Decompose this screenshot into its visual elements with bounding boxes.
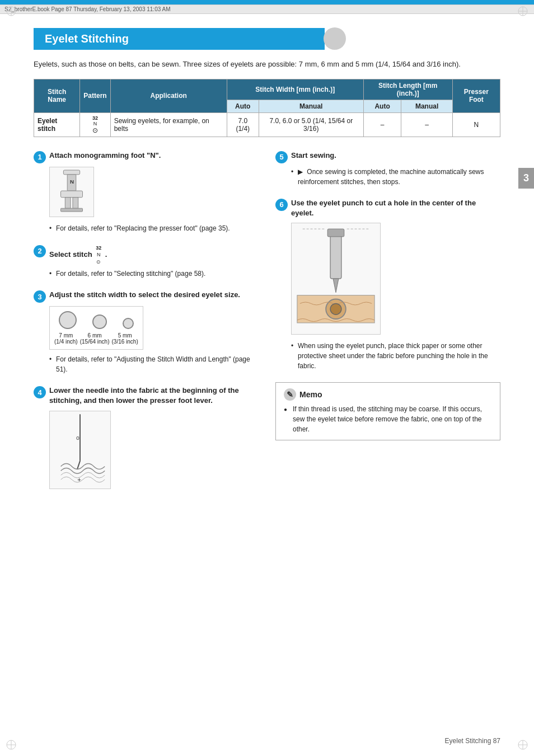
svg-rect-12 xyxy=(63,170,79,175)
th-application: Application xyxy=(110,79,227,112)
th-manual-width: Manual xyxy=(259,100,363,112)
intro-text: Eyelets, such as those on belts, can be … xyxy=(34,59,500,70)
th-auto-width: Auto xyxy=(227,100,259,112)
step-5-sub: ▶ Once sewing is completed, the machine … xyxy=(291,167,500,187)
step-6-sub: When using the eyelet punch, place thick… xyxy=(291,341,500,371)
svg-rect-18 xyxy=(61,208,83,212)
step-3-sub: For details, refer to "Adjusting the Sti… xyxy=(49,354,259,374)
th-stitch-name: Stitch Name xyxy=(34,79,80,112)
memo-icon: ✎ xyxy=(284,388,296,401)
diagram-sizes: 7 mm(1/4 inch) 6 mm(15/64 inch) 5 mm(3/1… xyxy=(49,306,143,350)
td-stitch-name: Eyelet stitch xyxy=(34,112,80,137)
section-title-circle xyxy=(324,27,346,50)
th-manual-length: Manual xyxy=(401,100,452,112)
svg-rect-15 xyxy=(61,191,83,198)
step-2-title: Select stitch 32 N ⊙ . xyxy=(49,245,107,266)
main-content: Eyelet Stitching Eyelets, such as those … xyxy=(0,14,534,524)
th-auto-length: Auto xyxy=(363,100,401,112)
td-length-manual: – xyxy=(401,112,452,137)
svg-rect-16 xyxy=(65,197,71,208)
step-4-number: 4 xyxy=(34,386,46,398)
memo-body: If thin thread is used, the stitching ma… xyxy=(284,404,492,434)
memo-title: ✎ Memo xyxy=(284,388,492,401)
step-6-title: Use the eyelet punch to cut a hole in th… xyxy=(291,198,500,218)
svg-marker-28 xyxy=(333,279,339,293)
svg-point-25 xyxy=(330,303,341,314)
stitch-table: Stitch Name Pattern Application Stitch W… xyxy=(34,79,500,137)
top-bar xyxy=(0,0,534,4)
step-5: 5 Start sewing. ▶ Once sewing is complet… xyxy=(275,151,500,187)
step-1-title: Attach monogramming foot "N". xyxy=(49,151,161,161)
th-pattern: Pattern xyxy=(80,79,110,112)
step-2-sub: For details, refer to "Selecting stitchi… xyxy=(49,269,259,279)
step-5-number: 5 xyxy=(275,151,288,163)
td-width-manual: 7.0, 6.0 or 5.0 (1/4, 15/64 or 3/16) xyxy=(259,112,363,137)
file-info-text: S2_brotherE.book Page 87 Thursday, Febru… xyxy=(4,6,171,12)
page-footer: Eyelet Stitching 87 xyxy=(445,737,500,745)
steps-right: 5 Start sewing. ▶ Once sewing is complet… xyxy=(275,151,500,502)
steps-layout: 1 Attach monogramming foot "N". N xyxy=(34,151,500,502)
th-stitch-length: Stitch Length [mm (inch.)] xyxy=(363,79,452,100)
step-6: 6 Use the eyelet punch to cut a hole in … xyxy=(275,198,500,371)
diagram-eyelet-punch xyxy=(291,223,500,336)
file-info-bar: S2_brotherE.book Page 87 Thursday, Febru… xyxy=(0,4,534,14)
td-presser-foot: N xyxy=(452,112,500,137)
step-1-number: 1 xyxy=(34,151,46,163)
svg-rect-27 xyxy=(327,229,344,237)
steps-left: 1 Attach monogramming foot "N". N xyxy=(34,151,259,502)
step-4-title: Lower the needle into the fabric at the … xyxy=(49,386,259,406)
step-3-title: Adjust the stitch width to select the de… xyxy=(49,290,240,300)
td-width-auto: 7.0 (1/4) xyxy=(227,112,259,137)
svg-text:0: 0 xyxy=(76,435,79,441)
step-6-number: 6 xyxy=(275,199,288,211)
page-container: S2_brotherE.book Page 87 Thursday, Febru… xyxy=(0,0,534,756)
memo-box: ✎ Memo If thin thread is used, the stitc… xyxy=(275,382,500,440)
svg-rect-26 xyxy=(330,234,341,279)
th-stitch-width: Stitch Width [mm (inch.)] xyxy=(227,79,363,100)
step-4: 4 Lower the needle into the fabric at th… xyxy=(34,386,259,490)
td-pattern: 32 N ⊙ xyxy=(80,112,110,137)
step-3-number: 3 xyxy=(34,290,46,303)
step-2: 2 Select stitch 32 N ⊙ . For detai xyxy=(34,245,259,279)
td-application: Sewing eyelets, for example, on belts xyxy=(110,112,227,137)
memo-item: If thin thread is used, the stitching ma… xyxy=(284,404,492,434)
svg-line-20 xyxy=(77,461,80,469)
diagram-needle: 0 + xyxy=(49,411,259,491)
step-3: 3 Adjust the stitch width to select the … xyxy=(34,290,259,374)
table-row: Eyelet stitch 32 N ⊙ Sewing eyelets, for… xyxy=(34,112,500,137)
step-1-sub: For details, refer to "Replacing the pre… xyxy=(49,223,259,233)
section-title: Eyelet Stitching xyxy=(34,28,325,50)
svg-rect-17 xyxy=(73,197,78,208)
step-5-title: Start sewing. xyxy=(291,151,336,161)
section-header: Eyelet Stitching xyxy=(34,27,500,50)
reg-mark-bl xyxy=(6,739,17,750)
td-length-auto: – xyxy=(363,112,401,137)
svg-text:N: N xyxy=(70,179,74,185)
th-presser-foot: Presser Foot xyxy=(452,79,500,112)
step-2-number: 2 xyxy=(34,245,46,257)
diagram-presser-foot: N xyxy=(49,167,259,219)
step-1: 1 Attach monogramming foot "N". N xyxy=(34,151,259,233)
reg-mark-br xyxy=(517,739,528,750)
